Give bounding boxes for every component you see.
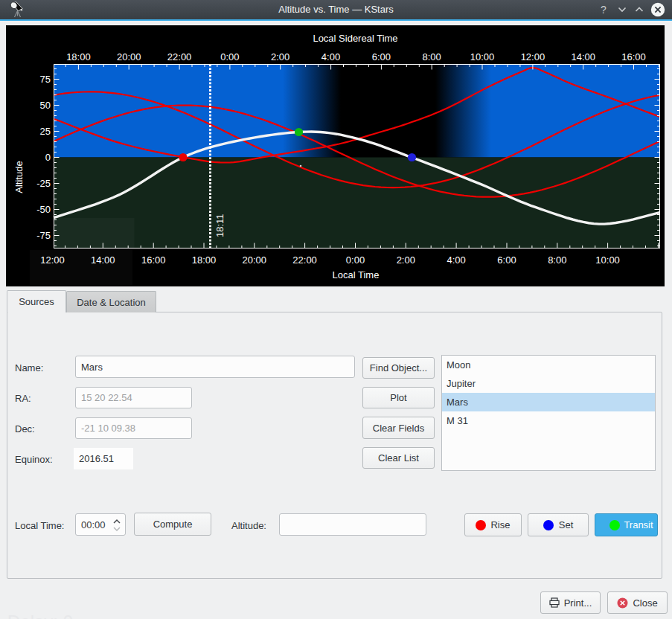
- svg-text:20:00: 20:00: [243, 254, 267, 266]
- svg-text:10:00: 10:00: [595, 254, 620, 266]
- svg-text:Local Time: Local Time: [333, 269, 380, 280]
- svg-text:-75: -75: [36, 230, 51, 241]
- svg-text:6:00: 6:00: [497, 254, 516, 266]
- svg-text:Altitude: Altitude: [13, 161, 25, 193]
- svg-text:?: ?: [601, 4, 607, 16]
- svg-text:14:00: 14:00: [91, 254, 115, 266]
- svg-text:2:00: 2:00: [397, 254, 415, 266]
- svg-text:18:00: 18:00: [192, 254, 217, 266]
- svg-text:18:11: 18:11: [214, 214, 225, 237]
- svg-text:25: 25: [40, 126, 51, 137]
- svg-text:12:00: 12:00: [40, 254, 65, 266]
- svg-text:-50: -50: [36, 204, 51, 215]
- svg-text:0:00: 0:00: [220, 51, 239, 62]
- svg-text:14:00: 14:00: [571, 51, 595, 62]
- svg-text:8:00: 8:00: [548, 254, 566, 266]
- svg-text:20:00: 20:00: [117, 51, 141, 62]
- svg-text:22:00: 22:00: [167, 51, 192, 62]
- svg-text:18:00: 18:00: [66, 51, 91, 62]
- svg-text:75: 75: [40, 74, 51, 85]
- svg-text:0:00: 0:00: [346, 254, 365, 266]
- svg-text:6:00: 6:00: [372, 51, 391, 62]
- svg-text:2:00: 2:00: [271, 51, 289, 62]
- svg-text:50: 50: [40, 100, 51, 111]
- svg-text:0: 0: [45, 152, 51, 163]
- svg-text:22:00: 22:00: [292, 254, 317, 266]
- svg-text:16:00: 16:00: [621, 51, 646, 62]
- svg-text:8:00: 8:00: [423, 51, 441, 62]
- svg-text:10:00: 10:00: [470, 51, 495, 62]
- svg-text:4:00: 4:00: [321, 51, 340, 62]
- svg-text:16:00: 16:00: [141, 254, 166, 266]
- svg-text:12:00: 12:00: [521, 51, 545, 62]
- svg-text:4:00: 4:00: [447, 254, 465, 266]
- svg-text:-25: -25: [36, 178, 51, 189]
- svg-text:Local Sidereal Time: Local Sidereal Time: [313, 33, 397, 44]
